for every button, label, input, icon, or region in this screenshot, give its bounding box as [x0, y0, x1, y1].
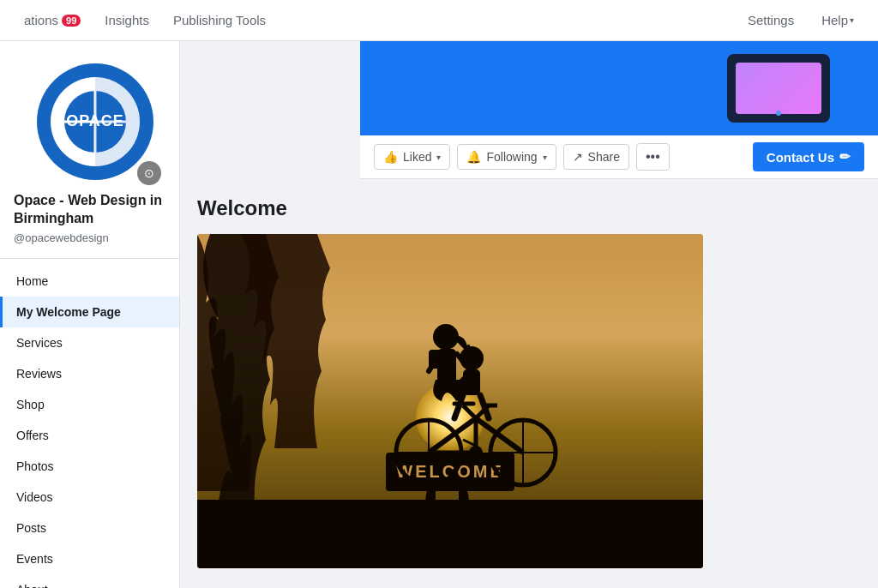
sidebar-item-services[interactable]: Services: [0, 327, 179, 358]
sidebar-item-about[interactable]: About: [0, 574, 179, 588]
welcome-image-container: WELCOME: [197, 234, 703, 568]
nav-left: ations 99 Insights Publishing Tools: [14, 0, 276, 41]
share-icon: ↗: [573, 150, 583, 164]
main-content: Welcome: [180, 179, 878, 588]
sidebar-item-shop[interactable]: Shop: [0, 389, 179, 420]
sidebar-item-offers[interactable]: Offers: [0, 420, 179, 451]
sidebar-item-photos[interactable]: Photos: [0, 451, 179, 482]
help-chevron-icon: ▾: [850, 15, 854, 25]
more-options-button[interactable]: •••: [636, 143, 670, 171]
svg-text:OPACE: OPACE: [66, 112, 124, 129]
welcome-silhouette-svg: WELCOME: [197, 234, 703, 568]
sidebar-item-events[interactable]: Events: [0, 543, 179, 574]
settings-nav-item[interactable]: Settings: [737, 8, 804, 33]
svg-line-18: [476, 418, 523, 453]
phone-screen: [736, 63, 821, 114]
contact-us-label: Contact Us: [767, 150, 834, 165]
welcome-image: WELCOME: [197, 234, 703, 568]
action-buttons-group: 👍 Liked ▾ 🔔 Following ▾ ↗ Share •••: [374, 143, 753, 171]
profile-logo-container: OPACE ⊙: [14, 55, 168, 192]
action-bar: 👍 Liked ▾ 🔔 Following ▾ ↗ Share •••: [360, 135, 878, 179]
sidebar-item-posts[interactable]: Posts: [0, 513, 179, 543]
top-navigation: ations 99 Insights Publishing Tools Sett…: [0, 0, 878, 41]
cover-area: [360, 41, 878, 135]
share-button[interactable]: ↗ Share: [563, 144, 629, 170]
svg-line-23: [463, 405, 476, 418]
notifications-badge: 99: [62, 15, 81, 27]
insights-nav-item[interactable]: Insights: [94, 0, 159, 41]
svg-rect-6: [197, 500, 703, 568]
welcome-heading: Welcome: [197, 196, 861, 220]
sidebar-item-reviews[interactable]: Reviews: [0, 358, 179, 389]
profile-section: OPACE ⊙ Opace - Web Design in Birmingham…: [0, 41, 179, 259]
more-options-icon: •••: [646, 149, 660, 164]
following-button[interactable]: 🔔 Following ▾: [457, 144, 556, 170]
profile-name: Opace - Web Design in Birmingham: [14, 192, 165, 228]
phone-mockup: [727, 54, 830, 123]
help-nav-item[interactable]: Help ▾: [811, 8, 864, 33]
following-chevron-icon: ▾: [543, 153, 547, 162]
following-label: Following: [486, 150, 537, 164]
notifications-nav-item[interactable]: ations 99: [14, 0, 91, 41]
sidebar-item-home[interactable]: Home: [0, 266, 179, 297]
share-label: Share: [588, 150, 620, 164]
sidebar-item-my-welcome-page[interactable]: My Welcome Page: [0, 297, 179, 327]
phone-dot: [776, 111, 781, 116]
nav-right: Settings Help ▾: [737, 8, 864, 33]
sidebar-item-videos[interactable]: Videos: [0, 482, 179, 513]
profile-handle: @opacewebdesign: [14, 231, 165, 244]
following-icon: 🔔: [466, 150, 481, 164]
camera-icon[interactable]: ⊙: [137, 161, 161, 185]
svg-rect-29: [463, 369, 480, 395]
notifications-label: ations: [24, 13, 58, 27]
liked-label: Liked: [403, 150, 431, 164]
right-panel: 👍 Liked ▾ 🔔 Following ▾ ↗ Share •••: [180, 41, 878, 588]
sidebar: OPACE ⊙ Opace - Web Design in Birmingham…: [0, 41, 180, 588]
liked-icon: 👍: [383, 150, 398, 164]
edit-icon: ✏: [839, 149, 851, 165]
page-layout: OPACE ⊙ Opace - Web Design in Birmingham…: [0, 41, 878, 588]
contact-us-button[interactable]: Contact Us ✏: [753, 142, 864, 171]
svg-line-17: [429, 418, 476, 453]
svg-rect-38: [429, 350, 441, 369]
publishing-tools-nav-item[interactable]: Publishing Tools: [163, 0, 276, 41]
liked-button[interactable]: 👍 Liked ▾: [374, 144, 450, 170]
liked-chevron-icon: ▾: [436, 153, 441, 162]
svg-point-25: [469, 446, 483, 459]
sidebar-navigation: Home My Welcome Page Services Reviews Sh…: [0, 259, 179, 588]
